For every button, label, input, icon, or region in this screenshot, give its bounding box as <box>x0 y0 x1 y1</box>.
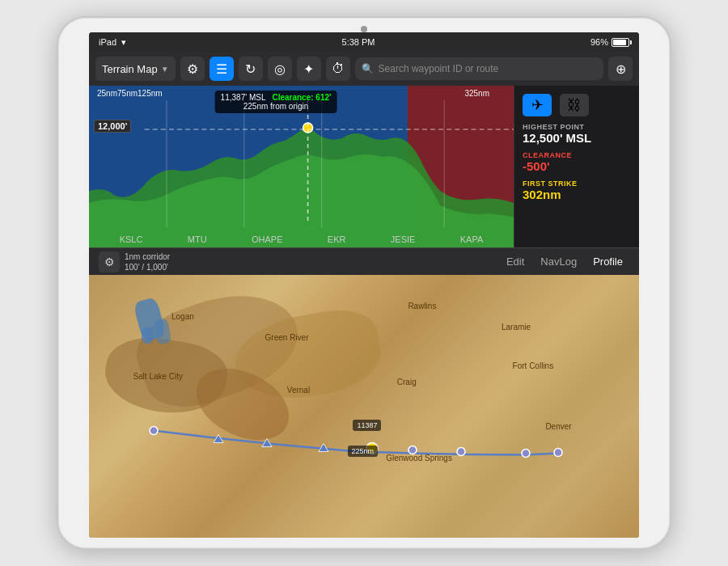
svg-point-9 <box>150 427 158 435</box>
dist-75nm: 75nm <box>117 89 138 98</box>
svg-point-17 <box>554 449 562 457</box>
dist-125nm: 125nm <box>138 89 163 98</box>
search-placeholder: Search waypoint ID or route <box>379 63 499 74</box>
city-laramie: Laramie <box>502 323 531 332</box>
first-strike-stat: FIRST STRIKE 302nm <box>523 180 631 201</box>
chevron-down-icon: ▼ <box>161 65 169 74</box>
wifi-icon: ▾ <box>121 37 126 48</box>
altitude-annotation: 11387 <box>353 420 381 431</box>
route-view-button[interactable]: ⛓ <box>560 94 589 116</box>
chart-area: 25nm 75nm 125nm 325nm 12,000' 11,387' MS… <box>89 86 514 247</box>
wpt-kslc: KSLC <box>120 234 143 244</box>
highest-point-stat: HIGHEST POINT 12,500' MSL <box>523 123 631 145</box>
tooltip-altitude: 11,387' MSL Clearance: 612' <box>221 93 332 102</box>
map-area: Logan Salt Lake City Green River Vernal … <box>89 275 639 538</box>
toolbar: Terrain Map ▼ ⚙ ☰ ↻ ◎ ✦ ⏱ 🔍 Search waypo… <box>89 52 639 86</box>
map-type-label: Terrain Map <box>102 63 158 75</box>
tab-edit[interactable]: Edit <box>506 256 524 268</box>
info-icon[interactable]: ◎ <box>268 57 292 81</box>
chart-tooltip: 11,387' MSL Clearance: 612' 225nm from o… <box>215 91 337 113</box>
stats-panel: ✈ ⛓ HIGHEST POINT 12,500' MSL CLEARANCE … <box>514 86 639 247</box>
tooltip-distance: 225nm from origin <box>221 102 332 111</box>
ipad-frame: iPad ▾ 5:38 PM 96% Terrain Map ▼ ⚙ ☰ ↻ ◎ <box>57 16 671 550</box>
city-rawlins: Rawlins <box>408 302 436 310</box>
search-bar[interactable]: 🔍 Search waypoint ID or route <box>355 57 603 80</box>
city-vernal: Vernal <box>287 386 310 395</box>
wpt-ohape: OHAPE <box>252 234 283 244</box>
clearance-label: CLEARANCE <box>523 151 631 159</box>
svg-point-14 <box>408 446 417 454</box>
profile-section: 25nm 75nm 125nm 325nm 12,000' 11,387' MS… <box>89 86 639 247</box>
bottom-bar: ⚙ 1nm corridor 100' / 1,000' Edit NavLog… <box>89 247 639 275</box>
wpt-kapa: KAPA <box>460 234 484 244</box>
battery-icon <box>612 38 629 47</box>
city-craig: Craig <box>397 378 417 386</box>
refresh-icon[interactable]: ↻ <box>239 57 263 81</box>
highest-point-value: 12,500' MSL <box>523 131 631 145</box>
dist-25nm: 25nm <box>97 89 117 98</box>
distance-annotation: 225nm <box>348 446 379 457</box>
first-strike-value: 302nm <box>523 188 631 201</box>
search-icon: 🔍 <box>362 63 374 74</box>
tab-profile[interactable]: Profile <box>593 256 623 268</box>
status-bar: iPad ▾ 5:38 PM 96% <box>89 32 639 52</box>
settings-button[interactable]: ⚙ <box>99 251 120 272</box>
star-icon[interactable]: ✦ <box>297 57 321 81</box>
city-glenwood-springs: Glenwood Springs <box>386 454 452 463</box>
tooltip-clearance: Clearance: 612' <box>272 93 331 102</box>
city-green-river: Green River <box>265 333 309 342</box>
corridor-line1: 1nm corridor <box>125 251 170 262</box>
wpt-mtu: MTU <box>188 234 207 244</box>
city-logan: Logan <box>171 312 194 321</box>
dist-325nm: 325nm <box>464 89 489 98</box>
ipad-label: iPad <box>99 37 116 47</box>
map-background: Logan Salt Lake City Green River Vernal … <box>89 275 639 538</box>
altitude-label: 12,000' <box>94 120 131 133</box>
crosshair-icon[interactable]: ⊕ <box>608 57 633 81</box>
plane-view-button[interactable]: ✈ <box>523 94 552 116</box>
settings-icon[interactable]: ⚙ <box>180 57 205 81</box>
highest-point-label: HIGHEST POINT <box>523 123 631 131</box>
tab-navlog[interactable]: NavLog <box>540 256 577 268</box>
corridor-line2: 100' / 1,000' <box>125 262 170 272</box>
city-fort-collins: Fort Collins <box>513 361 554 370</box>
clearance-stat: CLEARANCE -500' <box>523 151 631 173</box>
map-type-dropdown[interactable]: Terrain Map ▼ <box>95 57 176 81</box>
bottom-tabs: Edit NavLog Profile <box>170 256 623 268</box>
battery-pct-label: 96% <box>590 37 608 47</box>
wpt-ekr: EKR <box>328 234 346 244</box>
first-strike-label: FIRST STRIKE <box>523 180 631 188</box>
status-time: 5:38 PM <box>342 37 375 47</box>
view-toggle-row: ✈ ⛓ <box>523 94 631 116</box>
ipad-screen: iPad ▾ 5:38 PM 96% Terrain Map ▼ ⚙ ☰ ↻ ◎ <box>89 32 639 538</box>
wpt-jesie: JESIE <box>391 234 416 244</box>
waypoint-labels: KSLC MTU OHAPE EKR JESIE KAPA <box>89 234 514 244</box>
svg-point-15 <box>457 448 465 456</box>
svg-point-16 <box>522 450 530 458</box>
corridor-label: 1nm corridor 100' / 1,000' <box>125 251 170 272</box>
clock-icon[interactable]: ⏱ <box>326 57 350 81</box>
list-icon[interactable]: ☰ <box>210 57 234 81</box>
city-salt-lake: Salt Lake City <box>133 372 183 381</box>
ipad-camera <box>361 26 367 32</box>
city-denver: Denver <box>545 422 571 431</box>
clearance-value: -500' <box>523 159 631 173</box>
